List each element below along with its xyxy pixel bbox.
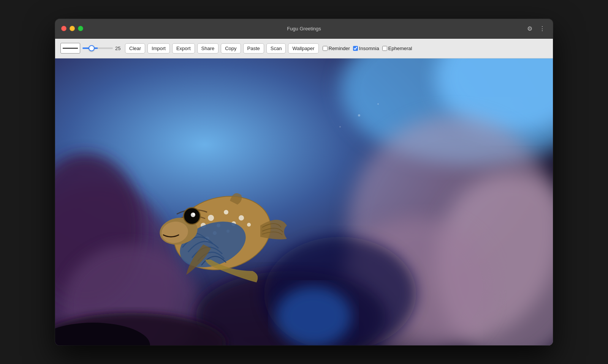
close-button[interactable] (61, 26, 66, 31)
clear-button[interactable]: Clear (125, 43, 145, 54)
import-button[interactable]: Import (147, 43, 170, 54)
svg-point-19 (247, 223, 251, 227)
svg-point-16 (239, 215, 244, 221)
insomnia-checkbox-label[interactable]: Insomnia (353, 46, 379, 51)
insomnia-label: Insomnia (359, 46, 379, 51)
svg-point-30 (193, 213, 195, 215)
reminder-checkbox-label[interactable]: Reminder (323, 46, 350, 51)
traffic-lights (61, 26, 83, 31)
minimize-button[interactable] (70, 26, 75, 31)
svg-point-36 (339, 126, 341, 128)
fish-image-area (55, 58, 553, 345)
svg-point-15 (224, 210, 228, 214)
slider-value: 25 (115, 46, 123, 51)
slider-container: 25 (82, 46, 123, 51)
reminder-checkbox[interactable] (323, 46, 328, 51)
reminder-label: Reminder (329, 46, 350, 51)
copy-button[interactable]: Copy (221, 43, 241, 54)
ephemeral-checkbox-label[interactable]: Ephemeral (382, 46, 412, 51)
ephemeral-label: Ephemeral (388, 46, 412, 51)
titlebar: Fugu Greetings ⚙ ⋮ (55, 19, 553, 39)
menu-icon[interactable]: ⋮ (538, 24, 547, 34)
paste-button[interactable]: Paste (243, 43, 264, 54)
titlebar-actions: ⚙ ⋮ (526, 24, 547, 34)
ephemeral-checkbox[interactable] (382, 46, 387, 51)
window-title: Fugu Greetings (287, 26, 321, 32)
maximize-button[interactable] (78, 26, 83, 31)
app-window: Fugu Greetings ⚙ ⋮ 25 Clear Import Expor… (55, 19, 553, 345)
share-button[interactable]: Share (197, 43, 219, 54)
insomnia-checkbox[interactable] (353, 46, 358, 51)
svg-point-34 (358, 114, 360, 117)
svg-point-35 (377, 103, 379, 105)
export-button[interactable]: Export (172, 43, 195, 54)
wallpaper-button[interactable]: Wallpaper (288, 43, 318, 54)
stroke-preview (60, 43, 80, 54)
scan-button[interactable]: Scan (266, 43, 286, 54)
checkbox-group: Reminder Insomnia Ephemeral (323, 46, 412, 51)
settings-icon[interactable]: ⚙ (526, 24, 534, 34)
stroke-line (63, 48, 78, 49)
toolbar: 25 Clear Import Export Share Copy Paste … (55, 39, 553, 58)
svg-point-14 (208, 215, 214, 221)
stroke-size-slider[interactable] (82, 47, 113, 49)
main-canvas[interactable] (55, 58, 553, 345)
svg-point-11 (276, 286, 352, 345)
